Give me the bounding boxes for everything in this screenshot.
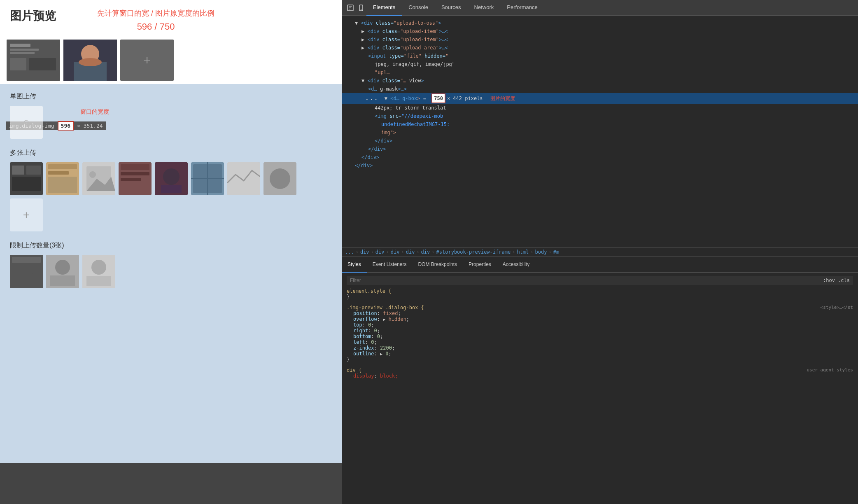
- css-prop-left: left: 0;: [353, 339, 853, 345]
- multi-upload-img-8[interactable]: [263, 162, 296, 195]
- bc-div-1[interactable]: div: [360, 249, 369, 255]
- css-rule-element-style: element.style { }: [347, 288, 853, 300]
- svg-rect-25: [121, 178, 141, 181]
- svg-rect-13: [12, 177, 41, 191]
- bc-ellipsis[interactable]: ...: [345, 249, 354, 255]
- section-multi-upload: 多张上传: [10, 149, 332, 231]
- dom-line-6[interactable]: jpeg, image/gif, image/jpg": [342, 60, 858, 68]
- svg-rect-45: [86, 276, 111, 286]
- css-selector-div: div {: [347, 367, 361, 373]
- multi-upload-img-7[interactable]: [227, 162, 260, 195]
- preview-thumb-1[interactable]: [7, 40, 60, 81]
- preview-info-text: 先计算窗口的宽 / 图片原宽度的比例: [97, 8, 214, 18]
- left-panel: 图片预览 先计算窗口的宽 / 图片原宽度的比例 596 / 750: [0, 0, 342, 504]
- dom-line-1[interactable]: ▼ <div class="upload-to-oss">: [342, 19, 858, 27]
- preview-thumb-3[interactable]: +: [120, 40, 174, 81]
- devtools-tab-network[interactable]: Network: [468, 0, 501, 16]
- limited-upload-img-3[interactable]: [82, 255, 115, 288]
- multi-upload-img-3[interactable]: [82, 162, 115, 195]
- bottom-tab-styles[interactable]: Styles: [342, 257, 367, 273]
- bc-div-5[interactable]: div: [421, 249, 430, 255]
- svg-rect-17: [48, 177, 77, 193]
- image-strip: + 窗口的宽度 img.dialog-img 596 × 351.24: [0, 36, 342, 84]
- size-label-cn: 图片的宽度: [485, 95, 515, 102]
- styles-panel: :hov .cls element.style { } .img-preview…: [342, 273, 858, 504]
- css-prop-zindex: z-index: 2200;: [353, 345, 853, 351]
- multi-upload-img-2[interactable]: [46, 162, 79, 195]
- dom-line-img[interactable]: <img src="//deepexi-mob: [342, 112, 858, 120]
- limited-upload-img-1[interactable]: [10, 255, 43, 288]
- dom-line-11[interactable]: 442px; tr storm translat: [342, 104, 858, 112]
- devtools-top-tabs: Elements Console Sources Network Perform…: [342, 0, 858, 16]
- css-prop-display: display: block;: [353, 373, 853, 379]
- bc-div-3[interactable]: div: [391, 249, 400, 255]
- dom-line-9[interactable]: <d… g-mask>…<: [342, 85, 858, 93]
- css-source-dialog[interactable]: <style>…</st: [821, 305, 853, 310]
- single-upload-box[interactable]: ○: [10, 106, 43, 139]
- multi-upload-img-4[interactable]: [119, 162, 152, 195]
- section-limited-upload: 限制上传数量(3张): [10, 241, 332, 288]
- bc-body[interactable]: body: [535, 249, 547, 255]
- bc-hash-m[interactable]: #m: [553, 249, 559, 255]
- dom-tree[interactable]: ▼ <div class="upload-to-oss"> ▶ <div cla…: [342, 16, 858, 247]
- section-title-multi: 多张上传: [10, 149, 332, 157]
- section-title-single: 单图上传: [10, 92, 332, 101]
- window-width-label: 窗口的宽度: [80, 108, 109, 116]
- dom-line-5[interactable]: <input type="file" hidden=": [342, 52, 858, 60]
- section-single-upload: 单图上传 ○: [10, 92, 332, 139]
- size-text: × 442 pixels: [447, 95, 483, 102]
- dom-line-8[interactable]: ▼ <div class="… view>: [342, 77, 858, 85]
- css-block-close-1: }: [347, 294, 350, 300]
- svg-rect-12: [26, 166, 41, 175]
- devtools-panel: Elements Console Sources Network Perform…: [342, 0, 858, 504]
- svg-rect-11: [12, 166, 24, 175]
- bottom-tab-dom-breakpoints[interactable]: DOM Breakpoints: [412, 257, 463, 273]
- svg-point-48: [361, 9, 361, 10]
- svg-rect-3: [10, 52, 35, 54]
- bottom-tab-properties[interactable]: Properties: [463, 257, 497, 273]
- bc-html[interactable]: html: [517, 249, 529, 255]
- bc-div-2[interactable]: div: [375, 249, 385, 255]
- css-prop-outline: outline: ▶ 0;: [353, 351, 853, 357]
- devtools-mobile-icon[interactable]: [356, 2, 366, 13]
- devtools-tab-sources[interactable]: Sources: [435, 0, 468, 16]
- dom-line-2[interactable]: ▶ <div class="upload-item">…<: [342, 27, 858, 35]
- multi-upload-img-1[interactable]: [10, 162, 43, 195]
- bottom-tab-event-listeners[interactable]: Event Listeners: [367, 257, 413, 273]
- dom-line-10-selected[interactable]: ... ▼ <d… g-box> = 750 × 442 pixels 图片的宽…: [342, 93, 858, 104]
- dom-line-img-close[interactable]: img">: [342, 128, 858, 137]
- svg-point-20: [89, 171, 96, 178]
- css-selector-dialog: .img-preview .dialog-box {: [347, 305, 424, 310]
- dom-tree-area: ▼ <div class="upload-to-oss"> ▶ <div cla…: [342, 16, 858, 504]
- add-more-icon: +: [23, 208, 30, 222]
- bottom-tab-accessibility[interactable]: Accessibility: [497, 257, 535, 273]
- dom-line-4[interactable]: ▶ <div class="upload-area">…<: [342, 44, 858, 52]
- bc-div-4[interactable]: div: [406, 249, 415, 255]
- dom-line-div-close-4: </div>: [342, 161, 858, 170]
- svg-rect-4: [10, 58, 26, 70]
- preview-thumb-2[interactable]: [63, 40, 117, 81]
- css-selector-element: element.style {: [347, 288, 391, 294]
- styles-hov-cls[interactable]: :hov .cls: [823, 278, 850, 283]
- svg-point-44: [91, 260, 106, 275]
- multi-upload-img-5[interactable]: [155, 162, 188, 195]
- multi-upload-add-btn[interactable]: +: [10, 198, 43, 231]
- devtools-tab-console[interactable]: Console: [402, 0, 435, 16]
- multi-upload-img-6[interactable]: [191, 162, 224, 195]
- selector-width-value: 596: [58, 121, 74, 131]
- devtools-tab-performance[interactable]: Performance: [500, 0, 544, 16]
- limited-upload-row: [10, 255, 332, 288]
- css-prop-bottom: bottom: 0;: [353, 334, 853, 339]
- svg-rect-38: [12, 265, 41, 268]
- limited-upload-img-2[interactable]: [46, 255, 79, 288]
- dom-line-3[interactable]: ▶ <div class="upload-item">…<: [342, 35, 858, 44]
- add-preview-icon: +: [143, 53, 151, 68]
- svg-rect-5: [29, 58, 56, 70]
- dom-line-img-url[interactable]: undefinedWechatIMG7-15:: [342, 120, 858, 128]
- css-source-useragent: user agent styles: [807, 367, 853, 373]
- devtools-inspect-icon[interactable]: [345, 2, 356, 13]
- styles-filter-input[interactable]: [350, 278, 399, 283]
- dom-line-7[interactable]: "upl…: [342, 68, 858, 77]
- devtools-tab-elements[interactable]: Elements: [366, 0, 402, 16]
- bc-storybook-iframe[interactable]: #storybook-preview-iframe: [436, 249, 511, 255]
